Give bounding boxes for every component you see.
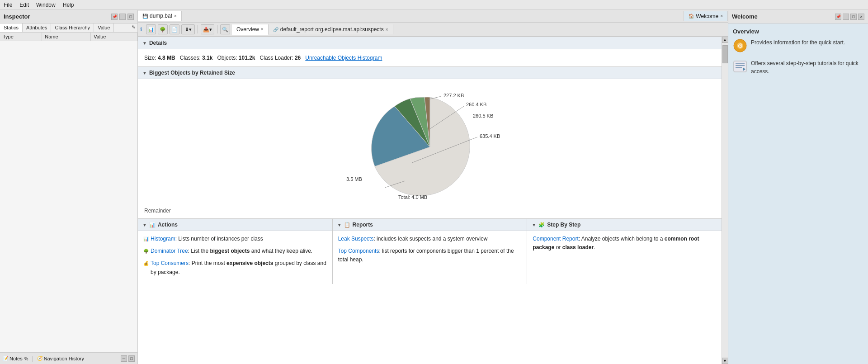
- welcome-tab[interactable]: 🏠 Welcome ×: [684, 11, 728, 21]
- inspector-bottom-tabs: 📝 Notes % | 🧭 Navigation History ─ □: [0, 352, 137, 364]
- quickstart-text: Provides information for the quick start…: [751, 38, 845, 47]
- details-line: Size: 4.8 MB Classes: 3.1k Objects: 101.…: [144, 55, 715, 61]
- menu-edit[interactable]: Edit: [19, 2, 29, 8]
- classes-value: 3.1k: [202, 55, 212, 61]
- actions-triangle: ▼: [142, 222, 147, 227]
- inspector-panel: Inspector 📌 ─ □ Statics Attributes Class…: [0, 10, 138, 364]
- toolbar-btn-report[interactable]: 📄: [170, 24, 179, 34]
- dump-bat-tab[interactable]: 💾 dump.bat ×: [138, 11, 182, 21]
- dump-tab-close[interactable]: ×: [174, 14, 177, 19]
- reports-icon: 📋: [344, 222, 350, 228]
- info-icon[interactable]: ℹ: [138, 27, 144, 33]
- reports-section: ▼ 📋 Reports Leak Suspects: includes leak…: [333, 219, 528, 284]
- total-label: Total: 4.0 MB: [398, 194, 427, 200]
- action-item-0: 📊 Histogram: Lists number of instances p…: [143, 235, 327, 243]
- three-cols: ▼ 📊 Actions 📊 Histogram: Lists number of…: [138, 218, 722, 284]
- toolbar-sep2: [217, 25, 217, 33]
- inspector-controls: 📌 ─ □: [111, 14, 134, 20]
- scroll-up[interactable]: ▲: [722, 37, 728, 43]
- reports-header: ▼ 📋 Reports: [333, 219, 527, 231]
- inner-tab-bar: ℹ 📊 🌳 📄 ⬇▾ 📤▾ 🔍 Overview ×: [138, 23, 728, 37]
- toolbar-btn-histogram[interactable]: 📊: [146, 24, 156, 34]
- step-icon: 🧩: [538, 222, 545, 228]
- right-area: 💾 dump.bat × 🏠 Welcome × ℹ 📊 �: [138, 10, 728, 364]
- actions-body: 📊 Histogram: Lists number of instances p…: [138, 231, 332, 284]
- welcome-min-btn[interactable]: ─: [843, 14, 849, 20]
- tab-value[interactable]: Value: [94, 24, 114, 32]
- details-title: Details: [149, 40, 167, 46]
- welcome-pin-btn[interactable]: 📌: [835, 14, 841, 20]
- inspector-min-btn[interactable]: ─: [119, 14, 126, 20]
- overview-tab-close[interactable]: ×: [261, 27, 264, 32]
- bottom-max-btn[interactable]: □: [128, 355, 135, 362]
- tutorials-icon: [733, 59, 747, 74]
- tab-class-hierarchy[interactable]: Class Hierarchy: [51, 24, 94, 32]
- actions-header: ▼ 📊 Actions: [138, 219, 332, 231]
- toolbar-btn-dropdown2[interactable]: 📤▾: [201, 24, 214, 34]
- svg-rect-7: [734, 61, 746, 72]
- inspector-max-btn[interactable]: □: [127, 14, 134, 20]
- dump-tab-label: dump.bat: [150, 13, 172, 19]
- top-components-link[interactable]: Top Components: [338, 248, 379, 254]
- welcome-tab-label: Welcome: [696, 13, 718, 19]
- report-tab-close[interactable]: ×: [386, 27, 388, 32]
- leak-suspects-desc: : includes leak suspects and a system ov…: [373, 236, 487, 242]
- welcome-max-btn[interactable]: □: [850, 14, 857, 20]
- welcome-section-title: Overview: [733, 28, 863, 35]
- step-body: Component Report: Analyze objects which …: [527, 231, 722, 259]
- details-triangle: ▼: [142, 41, 147, 46]
- tab-statics[interactable]: Statics: [0, 24, 23, 32]
- classes-label: Classes:: [180, 55, 201, 61]
- toolbar-btn-dominator[interactable]: 🌳: [158, 24, 168, 34]
- objects-label: Objects:: [217, 55, 237, 61]
- menu-help[interactable]: Help: [63, 2, 74, 8]
- nav-icon: 🧭: [37, 356, 42, 361]
- dump-toolbar: 📊 🌳 📄 ⬇▾ 📤▾ 🔍: [144, 23, 232, 36]
- reports-triangle: ▼: [337, 222, 342, 227]
- action-item-2: 💰 Top Consumers: Print the most expensiv…: [143, 259, 327, 276]
- loader-label: Class Loader:: [260, 55, 293, 61]
- report-item-0: Leak Suspects: includes leak suspects an…: [338, 235, 522, 243]
- inspector-pin-btn[interactable]: 📌: [111, 14, 118, 20]
- welcome-tab-close[interactable]: ×: [720, 14, 723, 19]
- component-report-link[interactable]: Component Report: [533, 236, 578, 242]
- unreachable-link[interactable]: Unreachable Objects Histogram: [305, 55, 382, 61]
- scroll-down[interactable]: ▼: [722, 358, 728, 364]
- report-tab[interactable]: 🔗 default_report org.eclipse.mat.api:sus…: [269, 24, 393, 34]
- welcome-close-btn[interactable]: ×: [858, 14, 864, 20]
- bottom-min-btn[interactable]: ─: [121, 355, 127, 362]
- label-260-5: 260.5 KB: [473, 113, 493, 118]
- col-name: Name: [42, 33, 91, 41]
- label-227: 227.2 KB: [443, 93, 464, 98]
- label-260-4: 260.4 KB: [466, 102, 486, 107]
- tab-notes[interactable]: 📝 Notes %: [3, 356, 28, 361]
- overview-tab-label: Overview: [236, 26, 259, 33]
- details-header: ▼ Details: [138, 37, 722, 49]
- dominator-link[interactable]: Dominator Tree: [151, 248, 188, 254]
- tab-attributes[interactable]: Attributes: [23, 24, 51, 32]
- step-item-0: Component Report: Analyze objects which …: [533, 235, 716, 252]
- svg-text:⚙: ⚙: [737, 42, 743, 49]
- tutorials-text: Offers several step-by-step tutorials fo…: [751, 59, 863, 76]
- tab-nav-history[interactable]: 🧭 Navigation History: [37, 356, 84, 361]
- top-consumers-link[interactable]: Top Consumers: [151, 260, 189, 266]
- notes-label: Notes: [9, 356, 23, 361]
- welcome-content: Overview ⚙ Provides information for the …: [728, 24, 868, 364]
- notes-percent: %: [24, 356, 28, 361]
- menu-bar: File Edit Window Help: [0, 0, 868, 10]
- leak-suspects-link[interactable]: Leak Suspects: [338, 236, 374, 242]
- menu-file[interactable]: File: [4, 2, 12, 8]
- col-type: Type: [0, 33, 42, 41]
- inspector-edit-btn[interactable]: ✎: [130, 24, 137, 32]
- menu-window[interactable]: Window: [36, 2, 56, 8]
- overview-tab[interactable]: Overview ×: [232, 24, 269, 35]
- scroll-track[interactable]: [722, 43, 728, 358]
- label-3-5mb: 3.5 MB: [346, 176, 362, 182]
- toolbar-btn-dropdown1[interactable]: ⬇▾: [181, 24, 195, 34]
- toolbar-btn-search[interactable]: 🔍: [220, 24, 230, 34]
- scroll-thumb[interactable]: [722, 45, 728, 63]
- welcome-item-quickstart: ⚙ Provides information for the quick sta…: [733, 38, 863, 53]
- main-layout: Inspector 📌 ─ □ Statics Attributes Class…: [0, 10, 868, 364]
- inspector-header: Inspector 📌 ─ □: [0, 10, 137, 24]
- histogram-link[interactable]: Histogram: [151, 236, 175, 242]
